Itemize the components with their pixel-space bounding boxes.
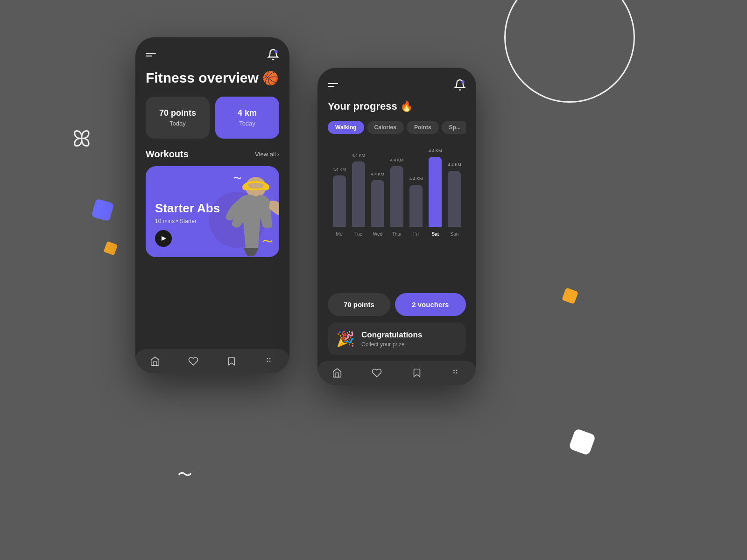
stats-row: 70 points Today 4 km Today xyxy=(146,97,279,139)
svg-point-0 xyxy=(275,50,278,53)
day-label-wed: Wed xyxy=(373,231,382,237)
bar-label-sat: 4.4 KM xyxy=(429,148,442,153)
workout-meta: 10 mins • Starter xyxy=(155,218,270,224)
right-bottom-nav xyxy=(317,361,476,385)
tabs-row: Walking Calories Points Sp... xyxy=(328,121,466,134)
right-header xyxy=(328,79,466,91)
bar-fri xyxy=(409,185,423,227)
tab-speed[interactable]: Sp... xyxy=(442,121,466,134)
card-wave: 〜 xyxy=(262,235,273,249)
bar-label-tue: 4.4 KM xyxy=(352,153,365,158)
bars-container: 4.4 KMMo4.4 KMTue4.4 KMWed4.4 KMThur4.4 … xyxy=(328,143,466,237)
bar-mo xyxy=(333,175,346,227)
stat-km-value: 4 km xyxy=(238,108,257,118)
congrats-card[interactable]: 🎉 Congratulations Collect your prize xyxy=(328,322,466,355)
stat-points-value: 70 points xyxy=(159,108,196,118)
bar-group-mo: 4.4 KMMo xyxy=(332,167,346,237)
day-label-fri: Fri xyxy=(413,231,419,237)
bg-diamond-white xyxy=(569,428,596,456)
bar-group-sat: 4.4 KMSat xyxy=(429,148,442,237)
bar-wed xyxy=(371,180,384,227)
svg-point-9 xyxy=(461,80,465,84)
day-label-mo: Mo xyxy=(336,231,343,237)
phone-right: Your progress 🔥 Walking Calories Points … xyxy=(317,68,476,385)
congrats-emoji: 🎉 xyxy=(336,330,355,348)
bar-thur xyxy=(390,166,403,227)
right-menu-icon[interactable] xyxy=(328,83,338,87)
bar-label-fri: 4.4 KM xyxy=(409,176,423,181)
workouts-section-header: Workouts View all › xyxy=(146,149,279,160)
bg-circle-decoration xyxy=(504,0,635,103)
day-label-sat: Sat xyxy=(431,231,439,237)
card-squiggle: 〜 xyxy=(233,173,242,184)
tab-walking[interactable]: Walking xyxy=(328,121,364,134)
workouts-title: Workouts xyxy=(146,149,189,160)
bar-sun xyxy=(448,171,461,227)
stat-card-km: 4 km Today xyxy=(215,97,279,139)
tab-points[interactable]: Points xyxy=(407,121,439,134)
bar-label-thur: 4.4 KM xyxy=(390,158,404,162)
stat-card-points: 70 points Today xyxy=(146,97,210,139)
right-nav-bookmark-icon[interactable] xyxy=(411,367,423,378)
nav-bookmark-icon[interactable] xyxy=(226,356,237,367)
view-all-link[interactable]: View all › xyxy=(255,151,279,158)
bar-label-sun: 4.4 KM xyxy=(448,162,461,167)
right-nav-heart-icon[interactable] xyxy=(371,367,382,378)
points-pill: 70 points xyxy=(328,293,390,316)
right-bell-icon[interactable] xyxy=(454,79,466,91)
bg-squiggle-bottom: 〜 xyxy=(177,465,192,485)
congrats-title: Congratulations xyxy=(361,330,422,340)
chart-area: 4.4 KMMo4.4 KMTue4.4 KMWed4.4 KMThur4.4 … xyxy=(328,143,466,286)
bar-group-wed: 4.4 KMWed xyxy=(371,172,385,237)
bar-tue xyxy=(352,161,365,227)
fitness-title-emoji: 🏀 xyxy=(262,71,279,85)
day-label-tue: Tue xyxy=(354,231,362,237)
bell-icon[interactable] xyxy=(267,49,279,61)
bar-label-wed: 4.4 KM xyxy=(371,172,385,176)
menu-icon[interactable] xyxy=(146,53,156,56)
pv-row: 70 points 2 vouchers xyxy=(328,293,466,316)
congrats-subtitle: Collect your prize xyxy=(361,341,422,348)
bar-sat xyxy=(429,157,442,227)
bg-diamond-blue xyxy=(92,199,114,222)
stat-km-label: Today xyxy=(239,120,255,127)
svg-point-7 xyxy=(267,361,268,362)
stat-points-label: Today xyxy=(169,120,186,127)
congrats-text: Congratulations Collect your prize xyxy=(361,330,422,348)
svg-point-4 xyxy=(263,184,269,190)
progress-title: Your progress 🔥 xyxy=(328,100,466,112)
bar-group-sun: 4.4 KMSun xyxy=(448,162,461,237)
bar-group-tue: 4.4 KMTue xyxy=(352,153,365,237)
nav-home-icon[interactable] xyxy=(149,356,161,367)
fitness-title-text: Fitness overview xyxy=(146,70,259,85)
fitness-title: Fitness overview 🏀 xyxy=(146,70,279,86)
bar-label-mo: 4.4 KM xyxy=(332,167,346,172)
bg-diamond-yellow-small xyxy=(104,241,118,256)
bar-group-fri: 4.4 KMFri xyxy=(409,176,423,237)
day-label-thur: Thur xyxy=(392,231,402,237)
tab-calories[interactable]: Calories xyxy=(367,121,404,134)
bar-group-thur: 4.4 KMThur xyxy=(390,158,404,237)
svg-point-5 xyxy=(267,358,268,359)
nav-grid-icon[interactable] xyxy=(264,356,275,367)
svg-point-6 xyxy=(269,358,271,359)
vouchers-pill[interactable]: 2 vouchers xyxy=(395,293,466,316)
nav-heart-icon[interactable] xyxy=(188,356,199,367)
day-label-sun: Sun xyxy=(451,231,459,237)
bg-diamond-yellow-right xyxy=(562,287,578,304)
svg-point-11 xyxy=(456,370,458,371)
left-bottom-nav xyxy=(135,349,289,373)
svg-point-12 xyxy=(453,372,455,374)
svg-point-8 xyxy=(269,361,271,362)
workout-play-button[interactable] xyxy=(155,230,172,247)
workout-card[interactable]: 〜 〜 Starter Abs xyxy=(146,166,279,257)
svg-point-3 xyxy=(242,184,249,190)
right-nav-home-icon[interactable] xyxy=(331,367,343,378)
left-header xyxy=(146,49,279,61)
right-nav-grid-icon[interactable] xyxy=(451,367,462,378)
phone-left: Fitness overview 🏀 70 points Today 4 km … xyxy=(135,37,289,373)
svg-point-13 xyxy=(456,372,458,374)
svg-point-10 xyxy=(453,370,455,371)
workout-title: Starter Abs xyxy=(155,202,270,215)
bg-squiggle-left: ꕤ xyxy=(72,126,91,153)
